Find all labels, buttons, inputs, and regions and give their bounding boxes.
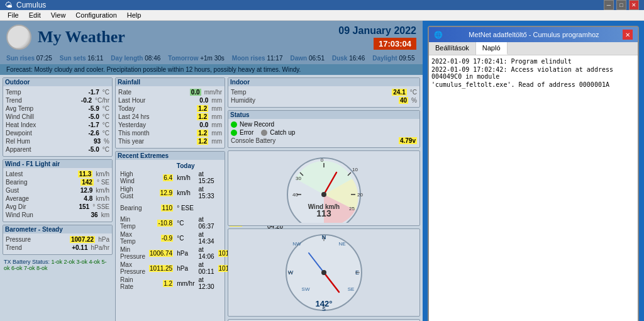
menu-view[interactable]: View	[46, 10, 71, 20]
status-title: Status	[228, 111, 419, 119]
app-title: My Weather	[38, 28, 125, 47]
console-battery-row: Console Battery 4.79v	[231, 137, 417, 144]
log-line-2: 2022-01-09 17:02:42: Access violation at…	[431, 66, 635, 80]
catchup-label: Catch up	[270, 129, 295, 136]
svg-text:40: 40	[292, 192, 298, 198]
minimize-button[interactable]: ─	[604, 0, 614, 10]
indoor-humidity-row: Humidity 40 %	[231, 96, 417, 104]
compass-container: N E S W NE SE SW NW	[283, 232, 365, 313]
log-window-icon: 🌐	[434, 31, 443, 39]
sun-sets-info: Sun sets 16:11	[60, 55, 104, 62]
title-bar: 🌤 Cumulus ─ □ ✕	[0, 0, 644, 10]
log-line-3: 'cumulus_feltolt.exe'. Read of address 0…	[431, 81, 635, 88]
column-1: Outdoor Temp -1.7 °C Trend -0.2 °C/hr Av…	[3, 77, 113, 321]
maximize-button[interactable]: □	[616, 0, 626, 10]
column-3: Indoor Temp 24.1 °C Humidity 40 % St	[228, 77, 420, 321]
extremes-title: Recent Extremes	[116, 152, 225, 160]
moon-rises-info: Moon rises 11:17	[232, 55, 283, 62]
close-button[interactable]: ✕	[629, 0, 639, 10]
svg-text:SE: SE	[348, 286, 355, 292]
new-record-dot	[231, 121, 237, 128]
dawn-info: Dawn 06:51	[290, 55, 324, 62]
log-tabs: Beállítások Napló	[429, 42, 638, 55]
svg-text:NE: NE	[338, 241, 345, 247]
wind-avgdir-row: Avg Dir 151 ° SSE	[6, 203, 109, 210]
dusk-info: Dusk 16:46	[332, 55, 365, 62]
wind-gust-row: Gust 12.9 km/h	[6, 186, 109, 194]
outdoor-panel: Outdoor Temp -1.7 °C Trend -0.2 °C/hr Av…	[3, 77, 113, 157]
svg-text:113: 113	[316, 208, 331, 218]
outdoor-trend-row: Trend -0.2 °C/hr	[6, 96, 109, 104]
status-panel: Status New Record Error	[228, 110, 420, 148]
new-record-row: New Record	[231, 121, 417, 128]
daylight-info: Daylight 09:55	[372, 55, 414, 62]
data-grid: Outdoor Temp -1.7 °C Trend -0.2 °C/hr Av…	[0, 75, 423, 321]
svg-text:25: 25	[349, 206, 355, 211]
catchup-dot	[261, 130, 267, 136]
bearing-display: 142°	[283, 299, 365, 308]
log-tab-settings[interactable]: Beállítások	[429, 42, 476, 55]
outdoor-relhum-row: Rel Hum 93 %	[6, 137, 109, 145]
baro-pressure-row: Pressure 1007.22 hPa	[6, 235, 109, 243]
bearing-panel: N E S W NE SE SW NW	[228, 228, 420, 317]
date-display: 09 January 2022	[338, 25, 416, 37]
svg-point-31	[321, 270, 326, 275]
svg-point-13	[321, 192, 326, 197]
svg-text:10: 10	[352, 167, 358, 172]
day-length-info: Day length 08:46	[111, 55, 160, 62]
rainfall-title: Rainfall	[116, 78, 225, 86]
log-tab-naplo[interactable]: Napló	[476, 42, 508, 55]
menu-help[interactable]: Help	[122, 10, 147, 20]
extremes-panel: Recent Extremes Today Yesterday High Win…	[115, 151, 225, 321]
sun-rises-info: Sun rises 07:25	[6, 55, 52, 62]
column-2: Rainfall Rate 0.0 mm/hr Last Hour 0.0 mm…	[115, 77, 225, 321]
wind-latest-row: Latest 11.3 km/h	[6, 170, 109, 177]
tx-battery: TX Battery Status: 1-ok 2-ok 3-ok 4-ok 5…	[3, 257, 113, 273]
log-panel: 🌐 MetNet adatfeltöltő - Cumulus programh…	[423, 21, 644, 321]
tomorrow-info: Tomorrow +1m 30s	[168, 55, 225, 62]
wind-run-row: Wind Run 36 km	[6, 211, 109, 218]
svg-text:30: 30	[296, 176, 301, 181]
menu-edit[interactable]: Edit	[24, 10, 46, 20]
rainfall-yesterday-row: Yesterday 0.0 mm	[118, 121, 222, 128]
error-row: Error	[231, 129, 253, 136]
error-catchup-row: Error Catch up	[231, 129, 417, 137]
error-dot	[231, 130, 237, 136]
rainfall-last24-row: Last 24 hrs 1.2 mm	[118, 113, 222, 120]
moon-icon	[6, 25, 31, 50]
rainfall-panel: Rainfall Rate 0.0 mm/hr Last Hour 0.0 mm…	[115, 77, 225, 149]
new-record-label: New Record	[240, 121, 274, 128]
menu-configuration[interactable]: Configuration	[70, 10, 121, 20]
menu-file[interactable]: File	[3, 10, 24, 20]
rainfall-lasthour-row: Last Hour 0.0 mm	[118, 96, 222, 104]
forecast: Forecast: Mostly cloudy and cooler. Prec…	[0, 64, 423, 75]
wind-bearing-row: Bearing 142 ° SE	[6, 178, 109, 186]
rainfall-thismonth-row: This month 1.2 mm	[118, 129, 222, 137]
weather-header: My Weather 09 January 2022 17:03:04	[0, 21, 423, 54]
log-line-1: 2022-01-09 17:02:41: Program elindult	[431, 58, 635, 65]
window-icon: 🌤	[5, 1, 13, 9]
error-label: Error	[240, 129, 253, 136]
header-right: 09 January 2022 17:03:04	[338, 25, 416, 50]
baro-trend-row: Trend +0.11 hPa/hr	[6, 244, 109, 251]
indoor-panel: Indoor Temp 24.1 °C Humidity 40 %	[228, 77, 420, 108]
rainfall-thisyear-row: This year 1.2 mm	[118, 137, 222, 145]
log-close-button[interactable]: ✕	[623, 30, 633, 40]
indoor-title: Indoor	[228, 78, 419, 86]
indoor-temp-row: Temp 24.1 °C	[231, 88, 417, 96]
main-container: My Weather 09 January 2022 17:03:04 Sun …	[0, 21, 644, 321]
log-window-title: MetNet adatfeltöltő - Cumulus programhoz	[469, 31, 599, 38]
wind-average-row: Average 4.8 km/h	[6, 194, 109, 202]
wind-panel: Wind - F1 Light air Latest 11.3 km/h Bea…	[3, 159, 113, 222]
header-left: My Weather	[6, 25, 125, 50]
log-content: 2022-01-09 17:02:41: Program elindult 20…	[429, 55, 638, 321]
menu-bar: File Edit View Configuration Help	[0, 10, 644, 21]
svg-text:SW: SW	[302, 286, 310, 292]
rainfall-today-row: Today 1.2 mm	[118, 104, 222, 112]
main-window: 🌤 Cumulus ─ □ ✕ File Edit View Configura…	[0, 0, 644, 321]
log-title-bar: 🌐 MetNet adatfeltöltő - Cumulus programh…	[429, 27, 638, 42]
wind-title: Wind - F1 Light air	[3, 160, 112, 168]
rainfall-rate-row: Rate 0.0 mm/hr	[118, 88, 222, 96]
outdoor-windchill-row: Wind Chill -5.0 °C	[6, 113, 109, 120]
outdoor-avgtemp-row: Avg Temp -5.9 °C	[6, 104, 109, 112]
